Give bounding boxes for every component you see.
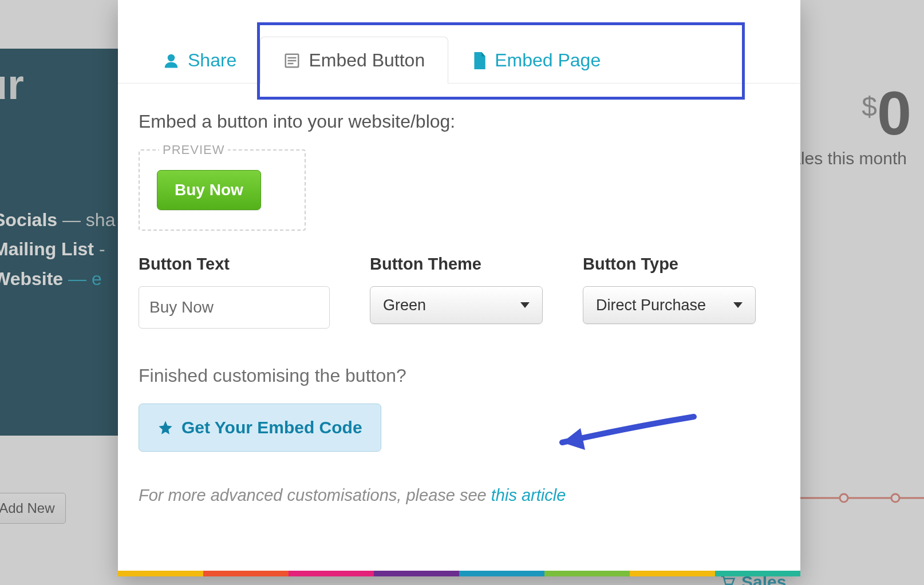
tab-embed-page-label: Embed Page: [495, 50, 601, 71]
button-config-row: Button Text Button Theme Green Button Ty…: [139, 255, 780, 329]
preview-buy-now-button[interactable]: Buy Now: [157, 170, 261, 210]
button-theme-label: Button Theme: [370, 255, 543, 274]
modal-tabs: Share Embed Button Embed Page: [118, 37, 800, 84]
stripe-seg: [630, 571, 715, 576]
caret-down-icon: [733, 302, 743, 308]
button-text-label: Button Text: [139, 255, 330, 274]
preview-label: PREVIEW: [159, 143, 228, 157]
stripe-seg: [374, 571, 459, 576]
button-type-select[interactable]: Direct Purchase: [583, 286, 756, 324]
finished-customising-text: Finished customising the button?: [139, 365, 780, 386]
advanced-customisations-note: For more advanced customisations, please…: [139, 486, 780, 505]
button-type-value: Direct Purchase: [596, 297, 706, 314]
button-theme-value: Green: [383, 297, 426, 314]
tab-share[interactable]: Share: [139, 37, 260, 84]
caret-down-icon: [520, 302, 530, 308]
get-embed-code-label: Get Your Embed Code: [181, 418, 362, 437]
document-icon: [472, 52, 487, 69]
share-embed-modal: Share Embed Button Embed Page Embed a bu…: [118, 0, 800, 576]
stripe-seg: [289, 571, 374, 576]
stripe-seg: [203, 571, 289, 576]
tab-embed-button-label: Embed Button: [309, 50, 425, 71]
person-icon: [163, 52, 180, 69]
annotation-arrow: [545, 411, 705, 457]
tab-share-label: Share: [188, 50, 236, 71]
button-theme-select[interactable]: Green: [370, 286, 543, 324]
button-type-label: Button Type: [583, 255, 756, 274]
button-preview-box: PREVIEW Buy Now: [139, 149, 306, 231]
svg-point-9: [168, 54, 175, 61]
stripe-seg: [715, 571, 800, 576]
star-icon: [157, 420, 173, 436]
stripe-seg: [118, 571, 203, 576]
modal-footer-stripe: [118, 571, 800, 576]
stripe-seg: [459, 571, 544, 576]
embed-heading: Embed a button into your website/blog:: [139, 111, 780, 132]
form-list-icon: [283, 52, 301, 69]
button-text-input[interactable]: [139, 286, 330, 329]
tab-embed-button[interactable]: Embed Button: [260, 37, 448, 84]
tab-embed-page[interactable]: Embed Page: [448, 37, 624, 84]
get-embed-code-button[interactable]: Get Your Embed Code: [139, 404, 381, 452]
stripe-seg: [544, 571, 630, 576]
this-article-link[interactable]: this article: [491, 486, 566, 504]
